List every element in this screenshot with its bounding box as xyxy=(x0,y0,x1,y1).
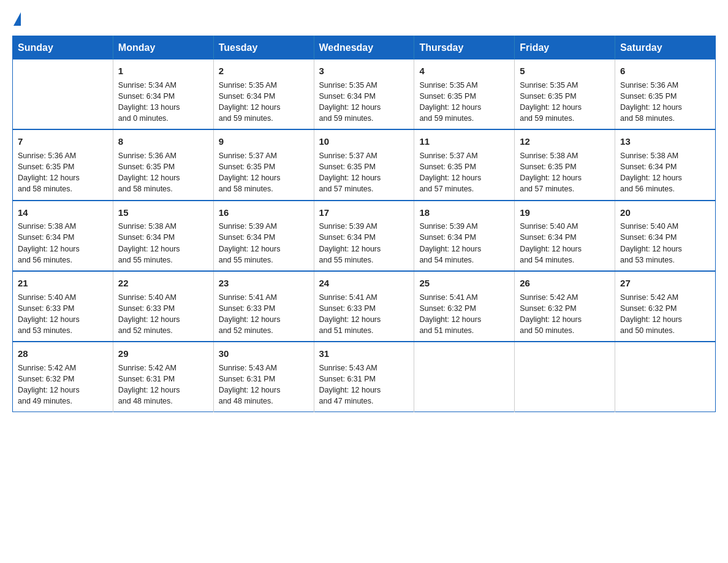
calendar-week-row: 21Sunrise: 5:40 AM Sunset: 6:33 PM Dayli… xyxy=(13,271,716,342)
calendar-week-row: 28Sunrise: 5:42 AM Sunset: 6:32 PM Dayli… xyxy=(13,342,716,412)
calendar-cell: 13Sunrise: 5:38 AM Sunset: 6:34 PM Dayli… xyxy=(615,129,716,200)
calendar-header-tuesday: Tuesday xyxy=(213,36,314,60)
calendar-cell: 4Sunrise: 5:35 AM Sunset: 6:35 PM Daylig… xyxy=(414,59,515,129)
calendar-cell: 30Sunrise: 5:43 AM Sunset: 6:31 PM Dayli… xyxy=(213,342,314,412)
day-info: Sunrise: 5:36 AM Sunset: 6:35 PM Dayligh… xyxy=(18,150,108,195)
day-number: 5 xyxy=(520,64,610,78)
day-number: 14 xyxy=(18,206,108,220)
day-info: Sunrise: 5:38 AM Sunset: 6:34 PM Dayligh… xyxy=(18,221,108,266)
day-number: 1 xyxy=(118,64,208,78)
calendar-cell: 23Sunrise: 5:41 AM Sunset: 6:33 PM Dayli… xyxy=(213,271,314,342)
calendar-cell: 31Sunrise: 5:43 AM Sunset: 6:31 PM Dayli… xyxy=(314,342,414,412)
day-number: 29 xyxy=(118,347,208,361)
calendar-header-sunday: Sunday xyxy=(13,36,113,60)
day-number: 20 xyxy=(620,206,710,220)
day-number: 12 xyxy=(520,135,610,148)
day-number: 8 xyxy=(118,135,208,148)
day-info: Sunrise: 5:35 AM Sunset: 6:34 PM Dayligh… xyxy=(219,80,309,124)
day-info: Sunrise: 5:35 AM Sunset: 6:35 PM Dayligh… xyxy=(520,80,610,124)
day-number: 24 xyxy=(319,277,409,290)
calendar-cell: 29Sunrise: 5:42 AM Sunset: 6:31 PM Dayli… xyxy=(113,342,213,412)
calendar-header-friday: Friday xyxy=(515,36,615,60)
calendar-cell: 22Sunrise: 5:40 AM Sunset: 6:33 PM Dayli… xyxy=(113,271,213,342)
day-info: Sunrise: 5:43 AM Sunset: 6:31 PM Dayligh… xyxy=(219,362,309,407)
day-info: Sunrise: 5:40 AM Sunset: 6:33 PM Dayligh… xyxy=(118,292,208,337)
day-info: Sunrise: 5:40 AM Sunset: 6:33 PM Dayligh… xyxy=(18,292,108,337)
day-number: 19 xyxy=(520,206,610,220)
calendar-cell: 20Sunrise: 5:40 AM Sunset: 6:34 PM Dayli… xyxy=(615,201,716,271)
day-number: 4 xyxy=(419,64,509,78)
day-number: 3 xyxy=(319,64,409,78)
calendar-table: SundayMondayTuesdayWednesdayThursdayFrid… xyxy=(12,36,716,412)
calendar-cell: 18Sunrise: 5:39 AM Sunset: 6:34 PM Dayli… xyxy=(414,201,515,271)
calendar-header-monday: Monday xyxy=(113,36,213,60)
calendar-cell: 2Sunrise: 5:35 AM Sunset: 6:34 PM Daylig… xyxy=(213,59,314,129)
calendar-header-wednesday: Wednesday xyxy=(314,36,414,60)
calendar-cell: 27Sunrise: 5:42 AM Sunset: 6:32 PM Dayli… xyxy=(615,271,716,342)
day-info: Sunrise: 5:36 AM Sunset: 6:35 PM Dayligh… xyxy=(118,150,208,195)
calendar-cell: 28Sunrise: 5:42 AM Sunset: 6:32 PM Dayli… xyxy=(13,342,113,412)
day-number: 13 xyxy=(620,135,710,148)
day-number: 22 xyxy=(118,277,208,290)
calendar-cell: 26Sunrise: 5:42 AM Sunset: 6:32 PM Dayli… xyxy=(515,271,615,342)
calendar-cell: 14Sunrise: 5:38 AM Sunset: 6:34 PM Dayli… xyxy=(13,201,113,271)
day-number: 6 xyxy=(620,64,710,78)
day-info: Sunrise: 5:39 AM Sunset: 6:34 PM Dayligh… xyxy=(319,221,409,266)
calendar-cell: 17Sunrise: 5:39 AM Sunset: 6:34 PM Dayli… xyxy=(314,201,414,271)
calendar-cell: 8Sunrise: 5:36 AM Sunset: 6:35 PM Daylig… xyxy=(113,129,213,200)
day-info: Sunrise: 5:35 AM Sunset: 6:34 PM Dayligh… xyxy=(319,80,409,124)
logo xyxy=(12,12,22,26)
calendar-week-row: 7Sunrise: 5:36 AM Sunset: 6:35 PM Daylig… xyxy=(13,129,716,200)
day-info: Sunrise: 5:42 AM Sunset: 6:32 PM Dayligh… xyxy=(520,292,610,337)
day-number: 2 xyxy=(219,64,309,78)
calendar-cell: 15Sunrise: 5:38 AM Sunset: 6:34 PM Dayli… xyxy=(113,201,213,271)
day-number: 26 xyxy=(520,277,610,290)
day-info: Sunrise: 5:41 AM Sunset: 6:32 PM Dayligh… xyxy=(419,292,509,337)
calendar-header-thursday: Thursday xyxy=(414,36,515,60)
calendar-cell: 6Sunrise: 5:36 AM Sunset: 6:35 PM Daylig… xyxy=(615,59,716,129)
calendar-header-row: SundayMondayTuesdayWednesdayThursdayFrid… xyxy=(13,36,716,60)
day-info: Sunrise: 5:42 AM Sunset: 6:32 PM Dayligh… xyxy=(620,292,710,337)
calendar-cell: 7Sunrise: 5:36 AM Sunset: 6:35 PM Daylig… xyxy=(13,129,113,200)
day-info: Sunrise: 5:38 AM Sunset: 6:34 PM Dayligh… xyxy=(118,221,208,266)
day-info: Sunrise: 5:37 AM Sunset: 6:35 PM Dayligh… xyxy=(419,150,509,195)
calendar-cell: 21Sunrise: 5:40 AM Sunset: 6:33 PM Dayli… xyxy=(13,271,113,342)
day-number: 17 xyxy=(319,206,409,220)
day-info: Sunrise: 5:39 AM Sunset: 6:34 PM Dayligh… xyxy=(419,221,509,266)
day-number: 15 xyxy=(118,206,208,220)
day-info: Sunrise: 5:36 AM Sunset: 6:35 PM Dayligh… xyxy=(620,80,710,124)
day-number: 30 xyxy=(219,347,309,361)
day-info: Sunrise: 5:43 AM Sunset: 6:31 PM Dayligh… xyxy=(319,362,409,407)
calendar-cell: 3Sunrise: 5:35 AM Sunset: 6:34 PM Daylig… xyxy=(314,59,414,129)
calendar-cell: 10Sunrise: 5:37 AM Sunset: 6:35 PM Dayli… xyxy=(314,129,414,200)
page-header xyxy=(12,12,716,26)
calendar-cell: 1Sunrise: 5:34 AM Sunset: 6:34 PM Daylig… xyxy=(113,59,213,129)
day-number: 7 xyxy=(18,135,108,148)
calendar-cell: 9Sunrise: 5:37 AM Sunset: 6:35 PM Daylig… xyxy=(213,129,314,200)
day-info: Sunrise: 5:38 AM Sunset: 6:35 PM Dayligh… xyxy=(520,150,610,195)
day-info: Sunrise: 5:37 AM Sunset: 6:35 PM Dayligh… xyxy=(219,150,309,195)
calendar-week-row: 1Sunrise: 5:34 AM Sunset: 6:34 PM Daylig… xyxy=(13,59,716,129)
day-number: 27 xyxy=(620,277,710,290)
calendar-cell: 25Sunrise: 5:41 AM Sunset: 6:32 PM Dayli… xyxy=(414,271,515,342)
day-number: 16 xyxy=(219,206,309,220)
day-number: 28 xyxy=(18,347,108,361)
calendar-cell: 24Sunrise: 5:41 AM Sunset: 6:33 PM Dayli… xyxy=(314,271,414,342)
day-info: Sunrise: 5:41 AM Sunset: 6:33 PM Dayligh… xyxy=(319,292,409,337)
calendar-cell: 12Sunrise: 5:38 AM Sunset: 6:35 PM Dayli… xyxy=(515,129,615,200)
day-info: Sunrise: 5:41 AM Sunset: 6:33 PM Dayligh… xyxy=(219,292,309,337)
day-info: Sunrise: 5:42 AM Sunset: 6:31 PM Dayligh… xyxy=(118,362,208,407)
calendar-cell: 5Sunrise: 5:35 AM Sunset: 6:35 PM Daylig… xyxy=(515,59,615,129)
day-info: Sunrise: 5:40 AM Sunset: 6:34 PM Dayligh… xyxy=(520,221,610,266)
calendar-week-row: 14Sunrise: 5:38 AM Sunset: 6:34 PM Dayli… xyxy=(13,201,716,271)
day-info: Sunrise: 5:34 AM Sunset: 6:34 PM Dayligh… xyxy=(118,80,208,124)
calendar-header-saturday: Saturday xyxy=(615,36,716,60)
day-info: Sunrise: 5:39 AM Sunset: 6:34 PM Dayligh… xyxy=(219,221,309,266)
day-number: 21 xyxy=(18,277,108,290)
day-number: 23 xyxy=(219,277,309,290)
day-info: Sunrise: 5:40 AM Sunset: 6:34 PM Dayligh… xyxy=(620,221,710,266)
calendar-cell: 16Sunrise: 5:39 AM Sunset: 6:34 PM Dayli… xyxy=(213,201,314,271)
calendar-cell xyxy=(615,342,716,412)
calendar-cell xyxy=(414,342,515,412)
logo-triangle-icon xyxy=(13,12,21,26)
